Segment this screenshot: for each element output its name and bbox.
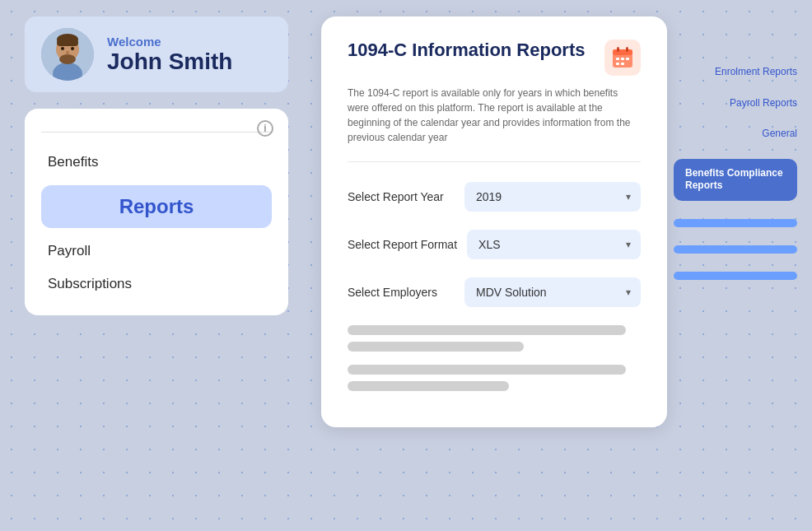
svg-point-6 [61,47,64,50]
report-year-select[interactable]: 2019 2020 2021 2022 [464,182,641,212]
main-card-description: The 1094-C report is available only for … [348,86,641,145]
main-card-title: 1094-C Information Reports [348,40,586,61]
welcome-text: Welcome John Smith [107,35,232,75]
right-nav-pill-1 [674,219,797,227]
report-year-wrapper: 2019 2020 2021 2022 ▾ [464,182,641,212]
right-sidebar: Enrolment Reports Payroll Reports Genera… [674,66,797,280]
skeleton-bar-3 [348,365,626,375]
right-nav-pill-2 [674,245,797,254]
svg-rect-13 [616,58,619,60]
reports-section[interactable]: Reports [41,185,272,228]
right-nav-payroll[interactable]: Payroll Reports [674,97,797,110]
user-name: John Smith [107,49,232,75]
svg-rect-16 [616,63,619,65]
right-nav-benefits-compliance[interactable]: Benefits Compliance Reports [674,159,797,201]
svg-rect-10 [613,49,632,55]
svg-point-8 [66,51,69,55]
right-nav-pill-3 [674,272,797,280]
right-nav-general[interactable]: General [674,128,797,141]
skeleton-bar-4 [348,381,509,391]
skeleton-group-2 [348,365,641,391]
info-icon[interactable]: i [257,120,273,137]
report-format-row: Select Report Format XLS PDF CSV ▾ [348,230,641,259]
svg-rect-11 [617,47,619,52]
svg-rect-15 [626,58,629,60]
reports-label: Reports [54,195,259,218]
sidebar-item-benefits[interactable]: Benefits [41,146,272,179]
calendar-icon [604,40,641,76]
report-format-label: Select Report Format [348,238,457,251]
main-card: 1094-C Information Reports The 1094-C re… [321,16,667,427]
svg-point-7 [71,47,74,50]
report-year-row: Select Report Year 2019 2020 2021 2022 ▾ [348,182,641,212]
left-panel: Welcome John Smith i Benefits Reports Pa… [25,16,288,315]
svg-rect-4 [57,40,78,46]
employers-wrapper: MDV Solution All Employers ▾ [464,277,641,307]
skeleton-group [348,325,641,352]
main-card-header: 1094-C Information Reports [348,40,641,76]
nav-card: i Benefits Reports Payroll Subscriptions [25,109,288,315]
svg-rect-17 [621,63,624,65]
welcome-card: Welcome John Smith [25,16,288,92]
employers-label: Select Employers [348,286,455,299]
welcome-label: Welcome [107,35,232,49]
report-format-wrapper: XLS PDF CSV ▾ [467,230,641,259]
employers-select[interactable]: MDV Solution All Employers [464,277,641,307]
svg-rect-12 [626,47,628,52]
avatar [41,28,94,81]
skeleton-bar-2 [348,342,524,352]
employers-row: Select Employers MDV Solution All Employ… [348,277,641,307]
svg-rect-14 [621,58,624,60]
card-divider [348,161,641,162]
report-format-select[interactable]: XLS PDF CSV [467,230,641,259]
right-nav-enrolment[interactable]: Enrolment Reports [674,66,797,79]
report-year-label: Select Report Year [348,190,455,203]
nav-divider [41,132,272,133]
sidebar-item-payroll[interactable]: Payroll [41,235,272,268]
svg-point-5 [59,54,76,64]
sidebar-item-subscriptions[interactable]: Subscriptions [41,268,272,300]
skeleton-bar-1 [348,325,626,335]
